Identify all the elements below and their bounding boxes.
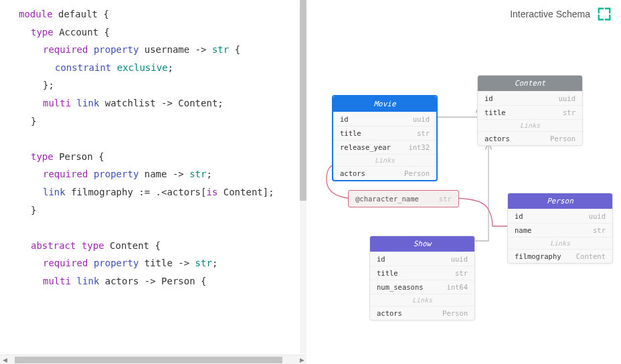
prop-row: iduuid — [478, 91, 582, 105]
link-row: actorsPerson — [370, 306, 474, 320]
prop-row: titlestr — [333, 126, 436, 140]
schema-pane: Interactive Schema — [306, 0, 621, 364]
links-label: Links — [333, 154, 436, 166]
entity-content[interactable]: Content iduuid titlestr Links actorsPers… — [477, 75, 583, 146]
prop-row: titlestr — [370, 266, 474, 280]
links-label: Links — [478, 119, 582, 131]
entity-head: Movie — [333, 96, 436, 112]
code-editor-pane: module default { type Account { required… — [0, 0, 306, 364]
prop-row: num_seasonsint64 — [370, 280, 474, 294]
entity-show[interactable]: Show iduuid titlestr num_seasonsint64 Li… — [369, 236, 475, 321]
entity-head: Person — [508, 193, 612, 209]
prop-row: namestr — [508, 223, 612, 237]
entity-movie[interactable]: Movie iduuid titlestr release_yearint32 … — [332, 95, 438, 181]
scroll-right-icon[interactable]: ▶ — [297, 355, 306, 364]
entity-head: Content — [478, 76, 582, 91]
links-label: Links — [370, 294, 474, 306]
link-row: actorsPerson — [333, 166, 436, 180]
link-row: actorsPerson — [478, 131, 582, 145]
links-label: Links — [508, 237, 612, 249]
vertical-scrollbar[interactable] — [300, 0, 306, 353]
scroll-left-icon[interactable]: ◀ — [0, 355, 9, 364]
entity-person[interactable]: Person iduuid namestr Links filmographyC… — [507, 193, 613, 264]
link-property[interactable]: @character_name str — [348, 190, 459, 207]
prop-row: iduuid — [333, 112, 436, 126]
link-row: filmographyContent — [508, 249, 612, 263]
code-editor[interactable]: module default { type Account { required… — [0, 0, 301, 353]
vertical-scrollbar-thumb[interactable] — [300, 0, 306, 201]
prop-row: iduuid — [508, 209, 612, 223]
horizontal-scrollbar[interactable]: ◀ ▶ — [0, 355, 306, 364]
horizontal-scrollbar-thumb[interactable] — [15, 357, 282, 363]
prop-row: iduuid — [370, 252, 474, 266]
entity-head: Show — [370, 236, 474, 252]
prop-row: release_yearint32 — [333, 140, 436, 154]
diagram-canvas[interactable]: Movie iduuid titlestr release_yearint32 … — [306, 0, 621, 364]
prop-row: titlestr — [478, 105, 582, 119]
